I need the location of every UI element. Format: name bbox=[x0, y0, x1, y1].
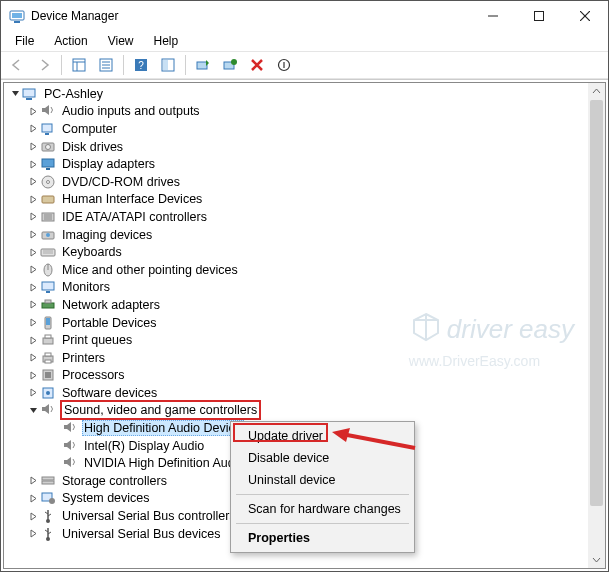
disk-icon bbox=[40, 139, 56, 155]
ctx-uninstall-device[interactable]: Uninstall device bbox=[234, 469, 411, 491]
scroll-down-button[interactable] bbox=[588, 551, 605, 568]
computer-icon bbox=[40, 121, 56, 137]
chevron-right-icon[interactable] bbox=[26, 177, 40, 186]
chevron-right-icon[interactable] bbox=[26, 124, 40, 133]
tree-item[interactable]: Computer bbox=[4, 120, 588, 138]
svg-rect-2 bbox=[14, 21, 20, 23]
scroll-up-button[interactable] bbox=[588, 83, 605, 100]
printqueue-icon bbox=[40, 332, 56, 348]
tree-item[interactable]: DVD/CD-ROM drives bbox=[4, 173, 588, 191]
chevron-right-icon[interactable] bbox=[26, 300, 40, 309]
maximize-button[interactable] bbox=[516, 1, 562, 31]
tree-item[interactable]: Monitors bbox=[4, 279, 588, 297]
view-button[interactable] bbox=[156, 53, 180, 77]
monitor-icon bbox=[40, 279, 56, 295]
chevron-right-icon[interactable] bbox=[26, 371, 40, 380]
usb-icon bbox=[40, 508, 56, 524]
svg-point-20 bbox=[231, 59, 237, 65]
scroll-thumb[interactable] bbox=[590, 100, 603, 506]
tree-item[interactable]: Display adapters bbox=[4, 155, 588, 173]
tree-item[interactable]: IDE ATA/ATAPI controllers bbox=[4, 208, 588, 226]
ctx-disable-device[interactable]: Disable device bbox=[234, 447, 411, 469]
close-button[interactable] bbox=[562, 1, 608, 31]
tree-item[interactable]: Printers bbox=[4, 349, 588, 367]
tree-item[interactable]: Audio inputs and outputs bbox=[4, 103, 588, 121]
speaker-icon bbox=[62, 455, 78, 471]
ctx-separator bbox=[236, 523, 409, 524]
tree-item[interactable]: Network adapters bbox=[4, 296, 588, 314]
tree-item-sound[interactable]: Sound, video and game controllers bbox=[4, 402, 588, 420]
menu-help[interactable]: Help bbox=[144, 32, 189, 50]
chevron-right-icon[interactable] bbox=[26, 388, 40, 397]
chevron-right-icon[interactable] bbox=[26, 494, 40, 503]
printer-icon bbox=[40, 350, 56, 366]
chevron-right-icon[interactable] bbox=[26, 283, 40, 292]
chevron-right-icon[interactable] bbox=[26, 107, 40, 116]
pc-icon bbox=[22, 86, 38, 102]
toolbar-separator bbox=[185, 55, 186, 75]
tree-item[interactable]: Disk drives bbox=[4, 138, 588, 156]
chevron-right-icon[interactable] bbox=[26, 142, 40, 151]
show-hidden-button[interactable] bbox=[67, 53, 91, 77]
tree-item[interactable]: Processors bbox=[4, 367, 588, 385]
portable-icon bbox=[40, 315, 56, 331]
chevron-right-icon[interactable] bbox=[26, 248, 40, 257]
network-icon bbox=[40, 297, 56, 313]
chevron-right-icon[interactable] bbox=[26, 230, 40, 239]
speaker-icon bbox=[62, 420, 78, 436]
svg-rect-1 bbox=[12, 13, 22, 18]
menu-view[interactable]: View bbox=[98, 32, 144, 50]
properties-button[interactable] bbox=[94, 53, 118, 77]
context-menu: Update driver Disable device Uninstall d… bbox=[230, 421, 415, 553]
ctx-separator bbox=[236, 494, 409, 495]
chevron-right-icon[interactable] bbox=[26, 476, 40, 485]
ctx-update-driver[interactable]: Update driver bbox=[234, 425, 411, 447]
chevron-right-icon[interactable] bbox=[26, 318, 40, 327]
chevron-down-icon[interactable] bbox=[8, 89, 22, 98]
vertical-scrollbar[interactable] bbox=[588, 83, 605, 568]
chevron-right-icon[interactable] bbox=[26, 529, 40, 538]
svg-text:?: ? bbox=[138, 60, 144, 71]
usb-icon bbox=[40, 526, 56, 542]
chevron-down-icon[interactable] bbox=[26, 406, 40, 415]
mouse-icon bbox=[40, 262, 56, 278]
update-driver-button[interactable] bbox=[191, 53, 215, 77]
ctx-scan-hardware[interactable]: Scan for hardware changes bbox=[234, 498, 411, 520]
uninstall-button[interactable] bbox=[245, 53, 269, 77]
tree-item[interactable]: Portable Devices bbox=[4, 314, 588, 332]
minimize-button[interactable] bbox=[470, 1, 516, 31]
disable-button[interactable] bbox=[272, 53, 296, 77]
back-button[interactable] bbox=[5, 53, 29, 77]
window-title: Device Manager bbox=[31, 9, 118, 23]
menu-action[interactable]: Action bbox=[44, 32, 97, 50]
speaker-icon bbox=[62, 438, 78, 454]
tree-item[interactable]: Imaging devices bbox=[4, 226, 588, 244]
menu-file[interactable]: File bbox=[5, 32, 44, 50]
scan-hardware-button[interactable] bbox=[218, 53, 242, 77]
tree-item[interactable]: Keyboards bbox=[4, 243, 588, 261]
tree-item[interactable]: Software devices bbox=[4, 384, 588, 402]
system-icon bbox=[40, 490, 56, 506]
forward-button[interactable] bbox=[32, 53, 56, 77]
keyboard-icon bbox=[40, 244, 56, 260]
tree-item[interactable]: Print queues bbox=[4, 331, 588, 349]
chevron-right-icon[interactable] bbox=[26, 512, 40, 521]
chevron-right-icon[interactable] bbox=[26, 336, 40, 345]
tree-root[interactable]: PC-Ashley bbox=[4, 85, 588, 103]
svg-rect-17 bbox=[163, 60, 168, 70]
toolbar-separator bbox=[123, 55, 124, 75]
ide-icon bbox=[40, 209, 56, 225]
speaker-icon bbox=[40, 402, 56, 418]
titlebar: Device Manager bbox=[1, 1, 608, 31]
chevron-right-icon[interactable] bbox=[26, 160, 40, 169]
help-button[interactable]: ? bbox=[129, 53, 153, 77]
tree-item[interactable]: Human Interface Devices bbox=[4, 191, 588, 209]
tree-item[interactable]: Mice and other pointing devices bbox=[4, 261, 588, 279]
chevron-right-icon[interactable] bbox=[26, 353, 40, 362]
chevron-right-icon[interactable] bbox=[26, 195, 40, 204]
menubar: File Action View Help bbox=[1, 31, 608, 51]
toolbar-separator bbox=[61, 55, 62, 75]
chevron-right-icon[interactable] bbox=[26, 212, 40, 221]
chevron-right-icon[interactable] bbox=[26, 265, 40, 274]
ctx-properties[interactable]: Properties bbox=[234, 527, 411, 549]
